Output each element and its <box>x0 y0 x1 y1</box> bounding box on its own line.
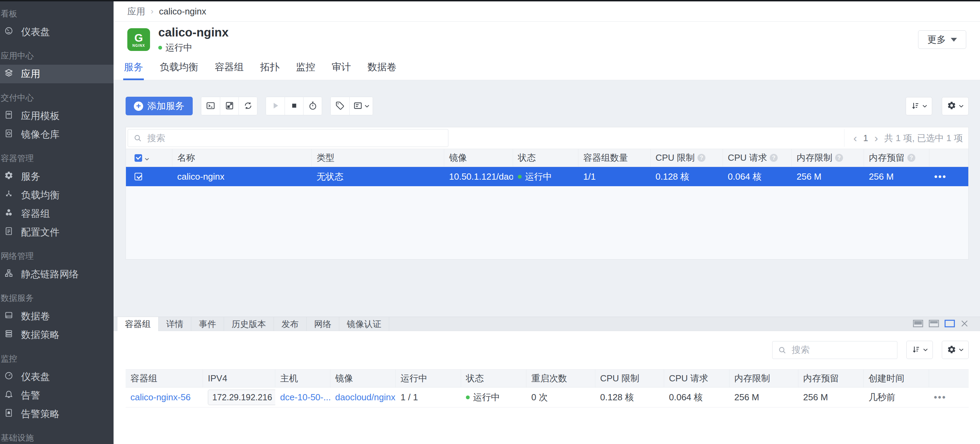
col-restarts: 重启次数 <box>527 370 595 387</box>
bottom-tab-release[interactable]: 发布 <box>274 317 307 331</box>
help-icon[interactable]: ? <box>907 154 915 162</box>
col-cpu-request: CPU 请求 <box>664 370 730 387</box>
pod-actions-button[interactable]: ••• <box>934 392 946 403</box>
sidebar-item-services[interactable]: 服务 <box>0 167 113 186</box>
cell-cpu-request: 0.064 核 <box>664 391 730 403</box>
bottom-tab-details[interactable]: 详情 <box>159 317 191 331</box>
sidebar-item-load-balancer[interactable]: 负载均衡 <box>0 186 113 204</box>
chevron-down-icon <box>923 103 927 109</box>
tab-pods[interactable]: 容器组 <box>214 60 244 80</box>
sidebar-item-pods[interactable]: 容器组 <box>0 204 113 223</box>
sidebar-item-app-templates[interactable]: 应用模板 <box>0 107 113 125</box>
sidebar-section-infrastructure: 基础设施 <box>0 429 113 444</box>
sidebar-item-label: 仪表盘 <box>21 25 50 38</box>
panel-close-button[interactable] <box>960 320 969 329</box>
pods-settings-button[interactable] <box>942 341 969 359</box>
tab-services[interactable]: 服务 <box>123 60 144 80</box>
help-icon[interactable]: ? <box>697 154 705 162</box>
sidebar: 看板 仪表盘 应用中心 应用 交付中心 应用模板 镜像仓库 容器管理 <box>0 2 113 444</box>
cell-image: 10.50.1.121/daoc <box>444 172 513 182</box>
select-all-checkbox[interactable] <box>135 154 142 162</box>
column-settings-button[interactable] <box>349 97 373 115</box>
col-cpu-limit: CPU 限制 <box>595 370 664 387</box>
stop-button[interactable] <box>285 97 303 115</box>
bottom-tab-network[interactable]: 网络 <box>307 317 339 331</box>
tag-button[interactable] <box>331 97 349 115</box>
next-page-button[interactable]: › <box>874 132 878 143</box>
sidebar-item-alert-policies[interactable]: 告警策略 <box>0 405 113 423</box>
registry-icon <box>4 129 13 140</box>
sidebar-section-dashboard: 看板 <box>0 5 113 23</box>
sidebar-item-dashboard[interactable]: 仪表盘 <box>0 23 113 41</box>
tab-load-balancing[interactable]: 负载均衡 <box>159 60 199 80</box>
restart-button[interactable] <box>303 97 322 115</box>
scale-button[interactable] <box>220 97 239 115</box>
bottom-tab-events[interactable]: 事件 <box>191 317 224 331</box>
checkbox-chevron-icon[interactable] <box>145 153 149 163</box>
panel-restore-icon <box>945 320 955 328</box>
tab-audit[interactable]: 审计 <box>331 60 352 80</box>
tab-monitoring[interactable]: 监控 <box>295 60 316 80</box>
refresh-icon <box>243 101 253 111</box>
breadcrumb: 应用 › calico-nginx <box>113 2 980 22</box>
more-button[interactable]: 更多 <box>918 30 966 49</box>
help-icon[interactable]: ? <box>770 154 778 162</box>
cell-created: 几秒前 <box>864 391 929 403</box>
pods-search-input[interactable] <box>772 341 897 359</box>
cell-mem-reserve: 256 M <box>798 392 864 403</box>
bottom-tab-history[interactable]: 历史版本 <box>224 317 274 331</box>
pod-table-row[interactable]: calico-nginx-56 172.29.192.216 dce-10-50… <box>126 388 969 407</box>
sidebar-item-applications[interactable]: 应用 <box>0 65 113 83</box>
sidebar-item-data-policies[interactable]: 数据策略 <box>0 326 113 344</box>
image-link[interactable]: daocloud/nginx <box>335 392 395 403</box>
panel-split-button[interactable] <box>929 320 939 328</box>
bottom-tab-image-auth[interactable]: 镜像认证 <box>339 317 389 331</box>
services-toolbar: + 添加服务 <box>126 97 969 115</box>
col-cpu-request: CPU 请求? <box>723 149 792 167</box>
prev-page-button[interactable]: ‹ <box>853 132 857 143</box>
row-checkbox[interactable] <box>135 173 142 180</box>
panel-restore-button[interactable] <box>945 320 955 328</box>
pods-sort-button[interactable] <box>906 341 933 359</box>
sidebar-item-label: 静态链路网络 <box>21 268 79 281</box>
sidebar-item-image-registry[interactable]: 镜像仓库 <box>0 125 113 144</box>
row-actions-button[interactable]: ••• <box>934 172 947 182</box>
caret-down-icon <box>951 38 957 41</box>
terminal-button[interactable] <box>201 97 220 115</box>
add-service-button[interactable]: + 添加服务 <box>126 97 193 115</box>
redeploy-button[interactable] <box>239 97 257 115</box>
sidebar-item-label: 容器组 <box>21 207 50 220</box>
nginx-logo-glyph: G <box>135 32 143 44</box>
cell-status: 运行中 <box>461 391 527 403</box>
server-stack-icon <box>4 329 13 341</box>
search-input[interactable] <box>128 129 449 147</box>
tab-volumes[interactable]: 数据卷 <box>367 60 397 80</box>
sidebar-item-volumes[interactable]: 数据卷 <box>0 307 113 326</box>
pod-name-link[interactable]: calico-nginx-56 <box>130 392 191 403</box>
services-search <box>128 129 449 147</box>
sidebar-item-label: 应用 <box>21 67 40 81</box>
col-pod-count: 容器组数量 <box>578 149 651 167</box>
breadcrumb-current: calico-nginx <box>159 6 206 17</box>
panel-window-controls <box>913 317 980 331</box>
panel-maximize-button[interactable] <box>913 320 923 328</box>
play-icon <box>270 101 280 111</box>
service-table-row[interactable]: calico-nginx 无状态 10.50.1.121/daoc 运行中 1/… <box>126 167 968 186</box>
page-number: 1 <box>863 133 868 143</box>
tab-topology[interactable]: 拓扑 <box>259 60 280 80</box>
host-link[interactable]: dce-10-50-... <box>280 392 330 403</box>
sidebar-item-config-files[interactable]: 配置文件 <box>0 223 113 242</box>
settings-button[interactable] <box>942 97 969 115</box>
start-button[interactable] <box>266 97 285 115</box>
sidebar-item-monitor-dashboard[interactable]: 仪表盘 <box>0 368 113 386</box>
sidebar-section-container-mgmt: 容器管理 <box>0 150 113 167</box>
help-icon[interactable]: ? <box>835 154 843 162</box>
breadcrumb-root[interactable]: 应用 <box>127 5 145 18</box>
sort-button[interactable] <box>906 97 932 115</box>
lifecycle-button-group <box>266 97 322 115</box>
col-mem-reserve: 内存预留 <box>798 370 864 387</box>
sidebar-item-alerts[interactable]: 告警 <box>0 386 113 405</box>
bottom-tab-pods[interactable]: 容器组 <box>117 317 159 331</box>
pods-table-header: 容器组 IPV4 主机 镜像 运行中 状态 重启次数 CPU 限制 CPU 请求… <box>126 369 969 388</box>
sidebar-item-static-network[interactable]: 静态链路网络 <box>0 265 113 283</box>
